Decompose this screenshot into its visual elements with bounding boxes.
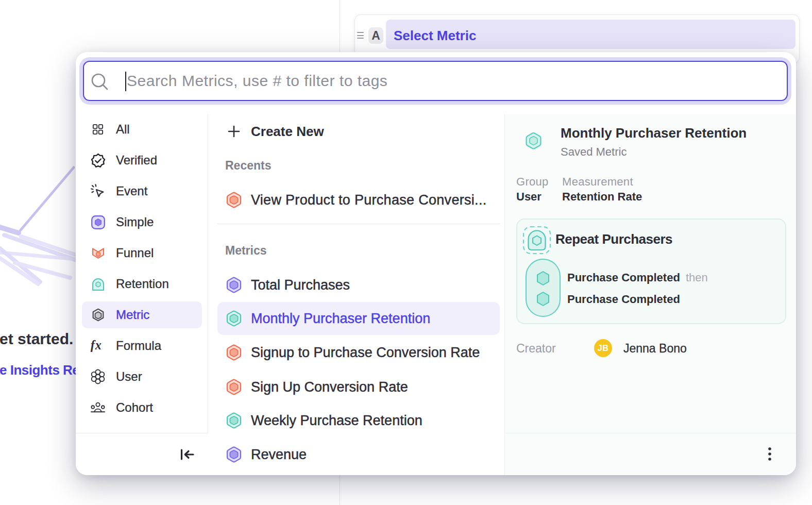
svg-text:fx: fx: [91, 338, 102, 352]
